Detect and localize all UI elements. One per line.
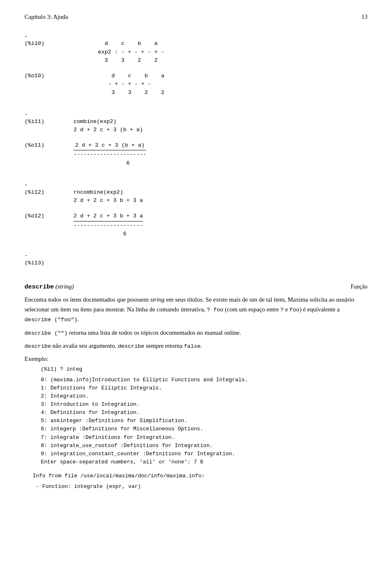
expr-o10: d c b a - + - + - + - 3 3 2 2 — [74, 72, 165, 97]
page-number: 13 — [361, 12, 368, 22]
para-2: describe ("") retorna uma lista de todos… — [24, 328, 368, 338]
label-i13: (%i13) — [24, 259, 65, 267]
describe-section: describe (string) Função Encontra todos … — [24, 282, 368, 491]
page-header: Capítulo 3: Ajuda 13 — [24, 12, 368, 22]
block-o10: (%o10) d c b a - + - + - + - 3 3 2 2 — [24, 72, 368, 97]
chapter-title: Capítulo 3: Ajuda — [24, 12, 68, 22]
label-i11: (%i11) — [24, 118, 65, 126]
funcao-label: Função — [351, 282, 368, 291]
para-3: describe não avalia seu argumento. descr… — [24, 341, 368, 351]
example-label: Exemplo: — [24, 354, 368, 364]
minus-i12: - — [24, 182, 368, 188]
block-o12: (%o12) 2 d + 2 c + 3 b + 3 a -----------… — [24, 212, 368, 238]
minus-i10: - — [24, 34, 368, 40]
info-lines: - Function: integrate (expr, var) — [33, 483, 368, 491]
label-o10: (%o10) — [24, 72, 65, 80]
block-o11: (%o11) 2 d + 2 c + 3 (b + a) -----------… — [24, 141, 368, 168]
expr-i12: rncombine(exp2) 2 d + 2 c + 3 b + 3 a — [74, 188, 143, 205]
block-i13: - (%i13) — [24, 253, 368, 267]
expr-o12: 2 d + 2 c + 3 b + 3 a ------------------… — [74, 212, 143, 238]
minus-i13: - — [24, 253, 368, 259]
info-header: Info from file /use/local/maxima/doc/inf… — [33, 472, 368, 480]
expr-i10: d c b a exp2 : - + - + - + - 3 3 2 2 — [74, 40, 164, 65]
para-1: Encontra todos os ítens docmentados que … — [24, 295, 368, 324]
block-i11: - (%i11) combine(exp2) 2 d + 2 c + 3 (b … — [24, 112, 368, 134]
describe-keyword: describe — [24, 284, 54, 291]
label-o11: (%o11) — [24, 141, 65, 150]
minus-i11: - — [24, 112, 368, 118]
expr-o11: 2 d + 2 c + 3 (b + a) ------------------… — [74, 141, 146, 168]
example-input: (%i1) ? integ — [41, 365, 368, 374]
describe-arg: (string) — [56, 283, 74, 290]
describe-signature: describe (string) — [24, 282, 74, 292]
label-i12: (%i12) — [24, 188, 65, 197]
block-i10: - (%i10) d c b a exp2 : - + - + - + - 3 … — [24, 34, 368, 65]
expr-i11: combine(exp2) 2 d + 2 c + 3 (b + a) — [74, 118, 143, 134]
describe-header: describe (string) Função — [24, 282, 368, 292]
label-i10: (%i10) — [24, 40, 65, 48]
label-o12: (%o12) — [24, 212, 65, 220]
example-lines: 0: (maxima.info)Introduction to Elliptic… — [41, 376, 368, 467]
block-i12: - (%i12) rncombine(exp2) 2 d + 2 c + 3 b… — [24, 182, 368, 205]
